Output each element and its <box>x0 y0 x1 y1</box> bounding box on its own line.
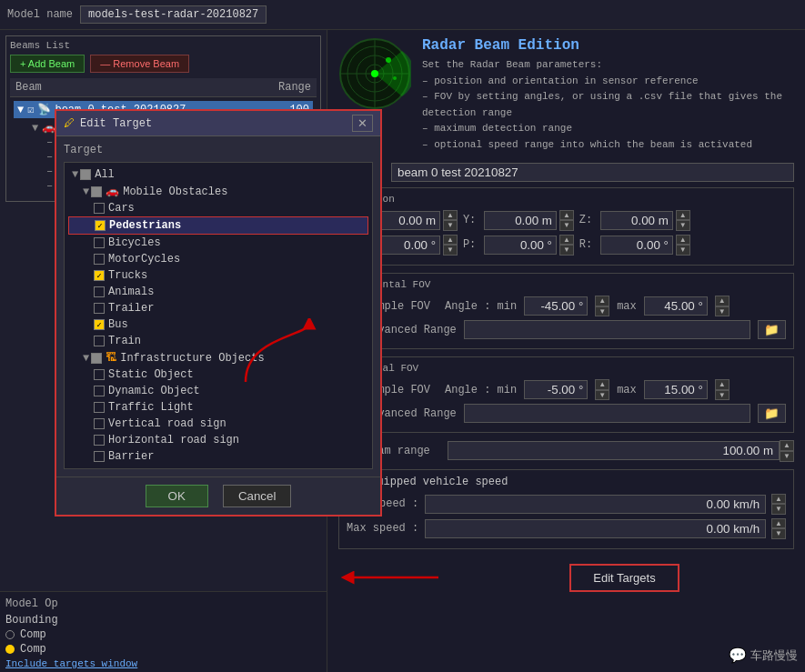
max-speed-up[interactable]: ▲ <box>771 518 786 529</box>
vertical-road-sign-checkbox[interactable] <box>94 418 105 429</box>
infrastructure-checkbox[interactable] <box>91 353 102 364</box>
name-field-input[interactable] <box>391 163 794 182</box>
h-angle-min-input[interactable] <box>524 296 588 316</box>
p-down[interactable]: ▼ <box>559 245 574 256</box>
y-up[interactable]: ▲ <box>559 210 574 221</box>
h-angle-max-input[interactable] <box>644 296 708 316</box>
vertical-road-sign-node[interactable]: Vertical road sign <box>68 416 368 432</box>
v-min-up[interactable]: ▲ <box>595 379 609 390</box>
r-input[interactable] <box>600 236 673 255</box>
p-up[interactable]: ▲ <box>559 235 574 246</box>
train-node-modal[interactable]: Train <box>68 333 368 349</box>
h-max-up[interactable]: ▲ <box>715 296 730 306</box>
train-checkbox-modal[interactable] <box>94 336 105 346</box>
mobile-obstacles-node-modal[interactable]: ▼ 🚗 Mobile Obstacles <box>68 183 368 200</box>
include-targets-link[interactable]: Include targets window <box>5 658 321 669</box>
max-speed-down[interactable]: ▼ <box>771 528 786 539</box>
bus-checkbox-modal[interactable]: ✓ <box>94 319 105 330</box>
modal-close-button[interactable]: ✕ <box>352 115 373 132</box>
v-min-down[interactable]: ▼ <box>595 390 609 401</box>
max-speed-input[interactable] <box>425 519 766 538</box>
v-angle-max-input[interactable] <box>644 380 708 399</box>
v-angle-min-input[interactable] <box>524 380 588 399</box>
animals-node-modal[interactable]: Animals <box>68 284 368 300</box>
v-max-up[interactable]: ▲ <box>715 379 730 390</box>
bus-node-modal[interactable]: ✓ Bus <box>68 316 368 333</box>
svg-point-7 <box>386 57 391 63</box>
x-down[interactable]: ▼ <box>443 220 458 231</box>
infrastructure-node-modal[interactable]: ▼ 🏗 Infrastructure Objects <box>68 349 368 366</box>
h-folder-button[interactable]: 📁 <box>758 320 786 339</box>
z-input[interactable] <box>600 211 673 230</box>
traffic-light-checkbox[interactable] <box>94 402 105 413</box>
z-down[interactable]: ▼ <box>676 220 690 231</box>
p-input[interactable] <box>484 236 557 255</box>
cars-checkbox-modal[interactable] <box>94 203 105 214</box>
dynamic-object-checkbox[interactable] <box>94 386 105 396</box>
all-node[interactable]: ▼ All <box>68 166 368 183</box>
horizontal-road-sign-checkbox[interactable] <box>94 435 105 446</box>
cancel-button[interactable]: Cancel <box>223 485 292 507</box>
z-spin: ▲▼ <box>676 210 690 231</box>
h-min-up[interactable]: ▲ <box>595 296 609 306</box>
model-name-label: Model name <box>7 8 73 21</box>
pedestrians-checkbox-modal[interactable]: ✓ <box>95 220 106 231</box>
cars-node-modal[interactable]: Cars <box>68 200 368 216</box>
position-section: Position X: ▲▼ Y: ▲▼ Z: ▲ <box>338 187 794 266</box>
max-beam-up[interactable]: ▲ <box>780 440 794 451</box>
radar-desc: Set the Radar Beam parameters: – positio… <box>422 57 794 154</box>
barrier-checkbox[interactable] <box>94 451 105 462</box>
trucks-checkbox-modal[interactable]: ✓ <box>94 270 105 281</box>
v-advanced-fov-input[interactable] <box>464 404 750 423</box>
remove-beam-button[interactable]: — Remove Beam <box>90 55 189 73</box>
all-checkbox[interactable] <box>80 169 91 180</box>
motorcycles-checkbox-modal[interactable] <box>94 254 105 265</box>
trailer-node-modal[interactable]: Trailer <box>68 300 368 316</box>
z-up[interactable]: ▲ <box>676 210 690 221</box>
pedestrians-node-modal[interactable]: ✓ Pedestrians <box>68 216 368 235</box>
v-max-down[interactable]: ▼ <box>715 390 730 401</box>
svg-point-6 <box>371 70 378 77</box>
barrier-node[interactable]: Barrier <box>68 448 368 465</box>
comp-option-2[interactable]: Comp <box>5 643 321 656</box>
max-beam-down[interactable]: ▼ <box>780 451 794 462</box>
h-up[interactable]: ▲ <box>443 235 458 246</box>
model-name-input[interactable]: models-test-radar-20210827 <box>80 5 267 24</box>
x-up[interactable]: ▲ <box>443 210 458 221</box>
static-object-node[interactable]: Static Object <box>68 366 368 383</box>
min-speed-input[interactable] <box>425 495 766 514</box>
trucks-label-modal: Trucks <box>108 269 147 282</box>
bicycles-node-modal[interactable]: Bicycles <box>68 235 368 251</box>
min-speed-down[interactable]: ▼ <box>771 504 786 515</box>
trailer-checkbox-modal[interactable] <box>94 303 105 314</box>
r-up[interactable]: ▲ <box>676 235 690 246</box>
h-spin: ▲▼ <box>443 235 458 256</box>
model-name-bar: Model name models-test-radar-20210827 <box>0 0 805 30</box>
animals-checkbox-modal[interactable] <box>94 286 105 297</box>
edit-targets-button[interactable]: Edit Targets <box>569 564 679 592</box>
h-down[interactable]: ▼ <box>443 245 458 256</box>
modal-footer: OK Cancel <box>56 476 380 515</box>
traffic-light-node[interactable]: Traffic Light <box>68 399 368 416</box>
comp-option-1[interactable]: Comp <box>5 628 321 641</box>
cars-label-modal: Cars <box>108 202 135 215</box>
bicycles-checkbox-modal[interactable] <box>94 237 105 248</box>
y-down[interactable]: ▼ <box>559 220 574 231</box>
ok-button[interactable]: OK <box>146 485 208 507</box>
horizontal-road-sign-node[interactable]: Horizontal road sign <box>68 432 368 448</box>
dynamic-object-node[interactable]: Dynamic Object <box>68 383 368 399</box>
add-beam-button[interactable]: + Add Beam <box>10 55 85 73</box>
static-object-checkbox[interactable] <box>94 369 105 380</box>
v-folder-button[interactable]: 📁 <box>758 404 786 423</box>
min-speed-up[interactable]: ▲ <box>771 494 786 505</box>
dynamic-object-label: Dynamic Object <box>108 385 200 397</box>
mobile-obstacles-checkbox[interactable] <box>91 186 102 197</box>
y-input[interactable] <box>484 211 557 230</box>
h-advanced-fov-input[interactable] <box>464 320 750 339</box>
motorcycles-node-modal[interactable]: MotorCycles <box>68 251 368 267</box>
h-max-down[interactable]: ▼ <box>715 306 730 317</box>
max-beam-input[interactable] <box>448 441 780 460</box>
h-min-down[interactable]: ▼ <box>595 306 609 317</box>
r-down[interactable]: ▼ <box>676 245 690 256</box>
trucks-node-modal[interactable]: ✓ Trucks <box>68 267 368 284</box>
